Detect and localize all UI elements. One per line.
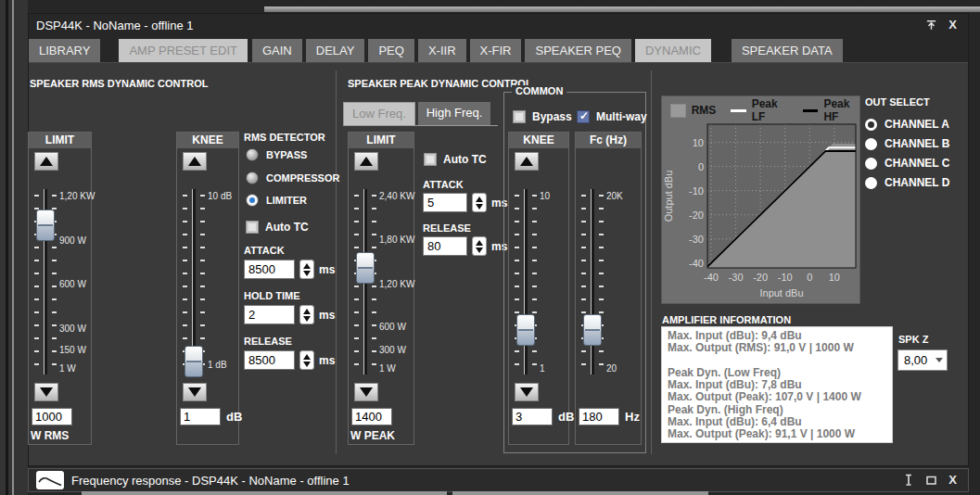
tab-x-fir[interactable]: X-FIR [470, 39, 522, 62]
rms-attack-stepper[interactable] [299, 260, 314, 279]
common-multiway-checkbox[interactable] [577, 110, 590, 123]
common-fc-value-input[interactable] [579, 408, 619, 425]
radio-icon[interactable] [246, 194, 259, 207]
peak-release-input[interactable] [423, 236, 467, 256]
common-knee-value-input[interactable] [512, 408, 553, 425]
rms-detector-bypass[interactable]: BYPASS [246, 148, 307, 161]
channel-label: CHANNEL B [885, 137, 949, 150]
common-knee-slider-thumb[interactable] [516, 314, 535, 346]
radio-icon[interactable] [865, 119, 877, 131]
tab-dynamic[interactable]: DYNAMIC [635, 39, 711, 62]
radio-icon[interactable] [246, 148, 259, 161]
peak-limit-slider-thumb[interactable] [356, 252, 375, 284]
common-bypass[interactable]: Bypass [513, 110, 572, 123]
peak-limit-down-button[interactable] [354, 383, 378, 401]
rms-release-unit: ms [319, 354, 335, 367]
rms-attack-input[interactable] [244, 260, 295, 279]
rms-knee-down-button[interactable] [183, 383, 207, 401]
rms-hold-label: HOLD TIME [244, 290, 300, 301]
chevron-down-icon [935, 358, 943, 362]
tab-speaker-data[interactable]: SPEAKER DATA [732, 39, 843, 62]
peak-release-label: RELEASE [423, 222, 471, 234]
peak-auto-tc-checkbox[interactable] [424, 153, 437, 166]
out-select-channel-c[interactable]: CHANNEL C [865, 157, 949, 170]
tab-peq[interactable]: PEQ [368, 39, 414, 62]
rms-knee-up-button[interactable] [183, 152, 207, 171]
rms-knee-ticks-right [200, 195, 205, 371]
close-panel-icon[interactable]: X [948, 474, 957, 487]
peak-attack-input[interactable] [423, 193, 467, 212]
rms-hold-input[interactable] [244, 305, 295, 324]
peak-release-stepper[interactable] [472, 236, 487, 256]
peak-attack-label: ATTACK [423, 179, 464, 190]
common-fc-slider-thumb[interactable] [583, 314, 602, 346]
common-multiway[interactable]: Multi-way [577, 110, 647, 123]
common-knee-tick-label: 10 [540, 191, 550, 201]
peak-limit-tick-label: 1 W [379, 363, 396, 374]
rms-release-stepper[interactable] [299, 350, 314, 370]
tab-high-freq[interactable]: High Freq. [418, 102, 490, 126]
rms-detector-limiter[interactable]: LIMITER [246, 194, 307, 207]
svg-text:-20: -20 [689, 209, 704, 221]
tab-library[interactable]: LIBRARY [29, 39, 100, 62]
rms-knee-slider-thumb[interactable] [185, 346, 203, 377]
tab-x-iir[interactable]: X-IIR [418, 39, 466, 62]
rms-limit-value-input[interactable] [32, 408, 72, 425]
rms-limit-slider-thumb[interactable] [36, 209, 55, 241]
window-title: DSP44K - NoName - offline 1 [36, 19, 194, 32]
spk-z-select[interactable]: 8,00 [897, 349, 948, 371]
common-knee-header: KNEE [509, 133, 568, 148]
tab-amp-preset-edit[interactable]: AMP PRESET EDIT [119, 39, 248, 62]
rms-detector-compressor[interactable]: COMPRESSOR [246, 171, 339, 184]
radio-label: COMPRESSOR [266, 172, 339, 184]
common-groupbox-title: COMMON [512, 85, 566, 96]
out-select-channel-d[interactable]: CHANNEL D [865, 176, 949, 189]
rms-release-input[interactable] [244, 350, 295, 370]
peak-section-title: SPEAKER PEAK DYNAMIC CONTROL [348, 78, 532, 89]
radio-icon[interactable] [865, 158, 877, 170]
common-knee-down-button[interactable] [515, 383, 539, 401]
spk-z-value: 8,00 [904, 353, 927, 367]
out-select-channel-a[interactable]: CHANNEL A [865, 118, 949, 131]
pin-top-icon[interactable] [925, 19, 937, 32]
common-knee-group: KNEE101dB [508, 132, 569, 445]
frequency-response-bar[interactable]: Frequency response - DSP44K - NoName - o… [28, 468, 969, 492]
rms-limit-up-button[interactable] [34, 152, 58, 171]
tab-speaker-peq[interactable]: SPEAKER PEQ [525, 39, 630, 62]
peak-limit-up-button[interactable] [354, 152, 378, 171]
pin-icon[interactable] [903, 473, 914, 488]
rms-knee-ticks-left [183, 195, 187, 371]
common-knee-up-button[interactable] [515, 152, 539, 171]
frequency-response-title: Frequency response - DSP44K - NoName - o… [71, 474, 350, 488]
out-select-channel-b[interactable]: CHANNEL B [865, 137, 949, 150]
rms-auto-tc-checkbox[interactable] [246, 221, 259, 234]
restore-window-icon[interactable] [925, 475, 937, 486]
amp-info-line: Max. Input (dBu): 6,4 dBu [668, 416, 886, 428]
rms-limit-down-button[interactable] [34, 383, 58, 401]
rms-limit-tick-label: 900 W [59, 235, 86, 246]
dock-splitter[interactable] [12, 0, 14, 495]
rms-hold-stepper[interactable] [299, 305, 314, 324]
radio-icon[interactable] [246, 171, 259, 184]
rms-limit-input-row [32, 408, 72, 425]
frequency-response-icon [36, 471, 64, 489]
svg-text:-20: -20 [753, 272, 768, 283]
rms-knee-value-input[interactable] [180, 408, 221, 425]
common-bypass-checkbox[interactable] [513, 110, 526, 123]
rms-limit-scale: 1,20 KW900 W600 W300 W150 W1 W [29, 196, 91, 368]
amp-info-line [668, 355, 886, 367]
radio-icon[interactable] [865, 138, 877, 150]
amp-info-line: Max. Output (Peak): 107,0 V | 1400 W [668, 391, 886, 403]
tab-delay[interactable]: DELAY [306, 39, 365, 62]
out-select: OUT SELECT CHANNEL ACHANNEL BCHANNEL CCH… [865, 96, 976, 198]
rms-auto-tc[interactable]: Auto TC [246, 221, 309, 234]
peak-attack-stepper[interactable] [472, 193, 487, 212]
radio-label: BYPASS [266, 149, 307, 160]
rms-attack-label: ATTACK [244, 245, 285, 256]
peak-auto-tc[interactable]: Auto TC [424, 153, 487, 166]
tab-low-freq[interactable]: Low Freq. [343, 102, 415, 126]
radio-icon[interactable] [865, 177, 877, 189]
tab-gain[interactable]: GAIN [252, 39, 302, 62]
close-icon[interactable]: X [948, 19, 957, 32]
peak-limit-value-input[interactable] [351, 408, 392, 425]
